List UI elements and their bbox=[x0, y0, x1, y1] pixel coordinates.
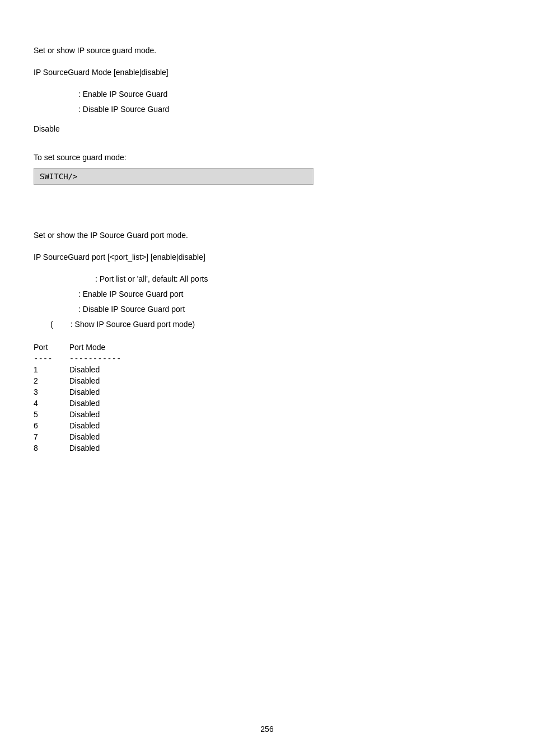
cell-port: 7 bbox=[34, 431, 69, 442]
param-enable-prefix: : Enable IP Source Guard bbox=[78, 90, 167, 99]
section1-description: Set or show IP source guard mode. bbox=[34, 45, 500, 57]
section1-syntax: IP SourceGuard Mode [enable|disable] bbox=[34, 67, 500, 78]
cell-mode: Disabled bbox=[69, 375, 138, 386]
cell-mode: Disabled bbox=[69, 431, 138, 442]
cell-mode: Disabled bbox=[69, 364, 138, 375]
separator-mode: ----------- bbox=[69, 353, 138, 364]
port-table: Port Port Mode ---- ----------- 1Disable… bbox=[34, 342, 138, 454]
param-show-port-mode: ( : Show IP Source Guard port mode) bbox=[50, 319, 500, 330]
table-row: 7Disabled bbox=[34, 431, 138, 442]
page-content: Set or show IP source guard mode. IP Sou… bbox=[0, 0, 534, 504]
col-header-port: Port bbox=[34, 342, 69, 353]
section1-default: Disable bbox=[34, 123, 500, 135]
cell-mode: Disabled bbox=[69, 409, 138, 420]
section1-command[interactable]: SWITCH/> bbox=[34, 168, 313, 185]
section2-params: : Port list or 'all', default: All ports… bbox=[78, 273, 500, 330]
param-port-list-text: : Port list or 'all', default: All ports bbox=[95, 274, 208, 283]
param-enable-ip-source-guard: : Enable IP Source Guard bbox=[78, 88, 500, 100]
col-header-port-mode: Port Mode bbox=[69, 342, 138, 353]
section1-params: : Enable IP Source Guard : Disable IP So… bbox=[78, 88, 500, 115]
cell-port: 4 bbox=[34, 398, 69, 409]
section1-to-set: To set source guard mode: bbox=[34, 152, 500, 164]
cell-mode: Disabled bbox=[69, 420, 138, 431]
table-row: 2Disabled bbox=[34, 375, 138, 386]
table-row: 8Disabled bbox=[34, 442, 138, 454]
cell-port: 1 bbox=[34, 364, 69, 375]
page-number: 256 bbox=[260, 725, 273, 734]
table-header-row: Port Port Mode bbox=[34, 342, 138, 353]
param-show-port-text: : Show IP Source Guard port mode) bbox=[71, 320, 195, 329]
param-enable-source-guard-port: : Enable IP Source Guard port bbox=[78, 288, 500, 300]
table-separator-row: ---- ----------- bbox=[34, 353, 138, 364]
param-paren-prefix: ( bbox=[50, 320, 53, 329]
cell-port: 8 bbox=[34, 442, 69, 454]
param-disable-prefix: : Disable IP Source Guard bbox=[78, 105, 169, 114]
cell-mode: Disabled bbox=[69, 386, 138, 398]
param-enable-port-text: : Enable IP Source Guard port bbox=[78, 290, 183, 298]
param-port-list: : Port list or 'all', default: All ports bbox=[95, 273, 500, 285]
cell-port: 2 bbox=[34, 375, 69, 386]
param-disable-port-text: : Disable IP Source Guard port bbox=[78, 305, 185, 314]
table-row: 4Disabled bbox=[34, 398, 138, 409]
cell-port: 3 bbox=[34, 386, 69, 398]
separator-port: ---- bbox=[34, 353, 69, 364]
section2-description: Set or show the IP Source Guard port mod… bbox=[34, 230, 500, 241]
param-disable-source-guard-port: : Disable IP Source Guard port bbox=[78, 304, 500, 315]
cell-mode: Disabled bbox=[69, 398, 138, 409]
cell-port: 5 bbox=[34, 409, 69, 420]
table-row: 3Disabled bbox=[34, 386, 138, 398]
param-disable-ip-source-guard: : Disable IP Source Guard bbox=[78, 104, 500, 115]
table-row: 1Disabled bbox=[34, 364, 138, 375]
table-row: 5Disabled bbox=[34, 409, 138, 420]
cell-port: 6 bbox=[34, 420, 69, 431]
section2: Set or show the IP Source Guard port mod… bbox=[34, 230, 500, 454]
section2-syntax: IP SourceGuard port [<port_list>] [enabl… bbox=[34, 251, 500, 263]
port-table-section: Port Port Mode ---- ----------- 1Disable… bbox=[34, 342, 500, 454]
cell-mode: Disabled bbox=[69, 442, 138, 454]
table-row: 6Disabled bbox=[34, 420, 138, 431]
section1: Set or show IP source guard mode. IP Sou… bbox=[34, 45, 500, 202]
